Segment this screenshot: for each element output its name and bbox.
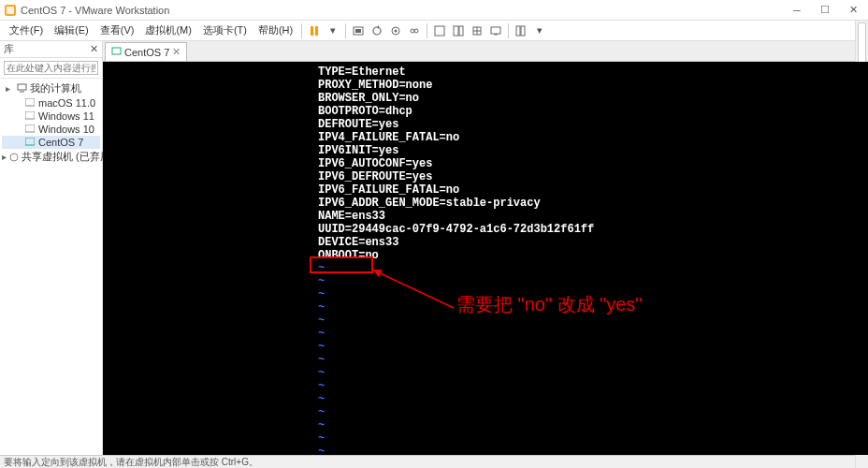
terminal-line: DEFROUTE=yes [103, 118, 868, 131]
terminal-line: PROXY_METHOD=none [103, 79, 868, 92]
terminal-line: IPV4_FAILURE_FATAL=no [103, 131, 868, 144]
sidebar-header: 库 ✕ [0, 41, 102, 58]
terminal-tilde: ~ [103, 354, 868, 367]
expand-icon: ▸ [2, 152, 7, 163]
sidebar-search [0, 58, 102, 79]
terminal-line: IPV6_AUTOCONF=yes [103, 157, 868, 170]
close-button[interactable]: ✕ [842, 3, 864, 18]
terminal-line: TYPE=Ethernet [103, 66, 868, 79]
app-icon [4, 4, 17, 17]
terminal-tilde: ~ [103, 446, 868, 455]
menu-help[interactable]: 帮助(H) [253, 22, 298, 39]
menu-view[interactable]: 查看(V) [94, 22, 140, 39]
separator [508, 23, 509, 38]
main-area: CentOS 7 ✕ TYPE=EthernetPROXY_METHOD=non… [103, 41, 868, 455]
terminal-tilde: ~ [103, 314, 868, 328]
tree-label: macOS 11.0 [38, 97, 95, 109]
menu-tabs[interactable]: 选项卡(T) [197, 22, 253, 39]
tree-item-centos[interactable]: CentOS 7 [2, 136, 100, 149]
computer-icon [16, 83, 27, 95]
separator [301, 23, 302, 38]
terminal-line: IPV6_ADDR_GEN_MODE=stable-privacy [103, 197, 868, 210]
terminal-line: BROWSER_ONLY=no [103, 92, 868, 105]
svg-rect-18 [521, 26, 525, 36]
fullscreen-icon[interactable] [430, 22, 449, 40]
unity-icon[interactable] [449, 22, 468, 40]
title-bar: CentOS 7 - VMware Workstation ─ ☐ ✕ [0, 0, 868, 21]
vm-icon [24, 137, 36, 148]
annotation-text: 需要把 "no" 改成 "yes" [456, 298, 642, 311]
console-icon[interactable] [486, 22, 505, 40]
window-title: CentOS 7 - VMware Workstation [21, 5, 786, 16]
library-icon[interactable] [512, 22, 530, 40]
shared-icon [9, 152, 19, 163]
tree-shared-vms[interactable]: ▸ 共享虚拟机 (已弃用) [2, 149, 100, 165]
terminal-line: UUID=29449cac-07f9-4792-a1c6-72d3b12f61f… [103, 223, 868, 236]
terminal-tilde: ~ [103, 406, 868, 419]
stretch-icon[interactable] [468, 22, 486, 40]
terminal-line: IPV6_DEFROUTE=yes [103, 170, 868, 183]
dropdown-icon[interactable]: ▾ [324, 22, 342, 40]
window-controls: ─ ☐ ✕ [786, 3, 864, 18]
svg-rect-24 [25, 138, 35, 145]
svg-rect-2 [311, 26, 313, 36]
svg-rect-17 [516, 26, 520, 36]
terminal-tilde: ~ [103, 419, 868, 432]
send-ctrl-alt-del-icon[interactable] [349, 22, 368, 40]
tab-centos[interactable]: CentOS 7 ✕ [105, 42, 187, 61]
tab-label: CentOS 7 [124, 47, 169, 58]
menu-file[interactable]: 文件(F) [4, 22, 49, 39]
sidebar-close-icon[interactable]: ✕ [90, 43, 98, 55]
minimize-button[interactable]: ─ [786, 3, 808, 18]
terminal[interactable]: TYPE=EthernetPROXY_METHOD=noneBROWSER_ON… [103, 62, 868, 455]
sidebar-title: 库 [4, 42, 14, 56]
tree-label: CentOS 7 [38, 137, 83, 148]
search-input[interactable] [4, 61, 98, 75]
svg-rect-5 [355, 29, 361, 33]
svg-rect-11 [435, 26, 444, 36]
svg-rect-26 [112, 48, 121, 54]
expand-icon: ▸ [2, 83, 13, 95]
tab-strip: CentOS 7 ✕ [103, 41, 868, 62]
snapshot-manager-icon[interactable] [405, 22, 424, 40]
vm-tree: ▸ 我的计算机 macOS 11.0 Windows 11 Windows 10… [0, 79, 102, 167]
tree-root-my-computer[interactable]: ▸ 我的计算机 [2, 80, 100, 96]
dropdown-icon[interactable]: ▾ [530, 22, 549, 40]
terminal-line: IPV6_FAILURE_FATAL=no [103, 183, 868, 197]
svg-rect-22 [25, 111, 35, 119]
svg-rect-21 [25, 98, 35, 106]
terminal-tilde: ~ [103, 393, 868, 406]
terminal-tilde: ~ [103, 380, 868, 393]
tree-label: Windows 11 [38, 110, 94, 122]
restart-icon[interactable] [368, 22, 386, 40]
svg-rect-13 [459, 26, 463, 36]
menu-vm[interactable]: 虚拟机(M) [139, 22, 197, 39]
vm-icon [24, 124, 36, 135]
terminal-tilde: ~ [103, 432, 868, 446]
terminal-line: ONBOOT=no [103, 249, 868, 262]
separator [427, 23, 427, 38]
tree-label: 我的计算机 [30, 81, 81, 95]
terminal-tilde: ~ [103, 341, 868, 354]
tree-item-win10[interactable]: Windows 10 [2, 123, 100, 136]
svg-rect-1 [7, 7, 14, 14]
terminal-line: BOOTPROTO=dhcp [103, 105, 868, 118]
pause-icon[interactable] [305, 22, 324, 40]
sidebar: 库 ✕ ▸ 我的计算机 macOS 11.0 Windows 11 Window… [0, 41, 103, 455]
svg-point-8 [395, 29, 398, 32]
terminal-tilde: ~ [103, 367, 868, 380]
menu-edit[interactable]: 编辑(E) [49, 22, 94, 39]
terminal-tilde: ~ [103, 275, 868, 288]
svg-point-9 [411, 29, 414, 33]
tree-item-win11[interactable]: Windows 11 [2, 110, 100, 123]
tree-item-macos[interactable]: macOS 11.0 [2, 96, 100, 110]
svg-point-10 [414, 29, 418, 33]
svg-rect-3 [315, 26, 318, 36]
maximize-button[interactable]: ☐ [814, 3, 836, 18]
menu-bar: 文件(F) 编辑(E) 查看(V) 虚拟机(M) 选项卡(T) 帮助(H) ▾ … [0, 21, 868, 41]
snapshot-icon[interactable] [386, 22, 405, 40]
vm-icon [24, 97, 36, 109]
separator [345, 23, 346, 38]
terminal-tilde: ~ [103, 328, 868, 341]
tab-close-icon[interactable]: ✕ [172, 46, 181, 58]
